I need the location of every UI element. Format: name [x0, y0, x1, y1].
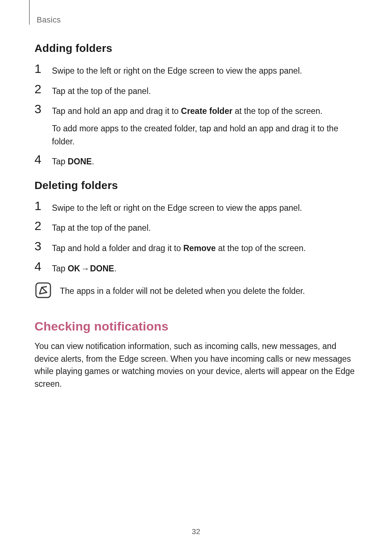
step-number: 3 — [34, 240, 52, 252]
bold-text: OK — [68, 264, 80, 273]
step-adding-2: 2 Tap at the top of the panel. — [34, 83, 358, 98]
breadcrumb: Basics — [34, 15, 358, 25]
header-divider — [29, 0, 30, 25]
step-text: Tap at the top of the panel. — [52, 83, 151, 98]
bold-text: Create folder — [181, 106, 233, 116]
note-icon — [34, 282, 52, 299]
text-fragment: at the top of the panel. — [68, 86, 151, 96]
heading-adding-folders: Adding folders — [34, 42, 358, 54]
text-fragment: Tap — [52, 264, 68, 273]
step-adding-1: 1 Swipe to the left or right on the Edge… — [34, 62, 358, 78]
bold-text: DONE — [90, 264, 114, 273]
step-deleting-1: 1 Swipe to the left or right on the Edge… — [34, 200, 358, 215]
step-number: 4 — [34, 153, 52, 165]
page-number: 32 — [0, 527, 392, 536]
note-text: The apps in a folder will not be deleted… — [60, 282, 305, 297]
step-text: Tap at the top of the panel. — [52, 219, 151, 235]
step-subtext: To add more apps to the created folder, … — [52, 122, 358, 148]
step-number: 1 — [34, 200, 52, 212]
text-fragment: . — [92, 157, 94, 166]
step-text: Tap and hold an app and drag it to Creat… — [52, 103, 358, 148]
text-fragment: Tap and hold an app and drag it to — [52, 106, 181, 116]
svg-rect-0 — [36, 283, 50, 297]
text-fragment: at the top of the screen. — [216, 243, 306, 253]
arrow-icon: → — [80, 262, 90, 275]
step-deleting-3: 3 Tap and hold a folder and drag it to R… — [34, 240, 358, 255]
svg-line-1 — [42, 287, 47, 287]
step-number: 1 — [34, 62, 52, 75]
text-fragment: Tap — [52, 157, 68, 166]
step-number: 2 — [34, 219, 52, 232]
step-text: Swipe to the left or right on the Edge s… — [52, 62, 302, 78]
step-text: Tap DONE. — [52, 153, 94, 168]
paragraph-checking-notifications: You can view notification information, s… — [34, 340, 358, 390]
note-block: The apps in a folder will not be deleted… — [34, 282, 358, 299]
text-fragment: at the top of the screen. — [232, 106, 322, 116]
text-fragment: Tap — [52, 223, 68, 233]
step-number: 2 — [34, 83, 52, 95]
text-fragment: . — [114, 264, 116, 273]
page-content: Basics Adding folders 1 Swipe to the lef… — [0, 0, 392, 390]
heading-deleting-folders: Deleting folders — [34, 179, 358, 192]
step-text: Tap and hold a folder and drag it to Rem… — [52, 240, 306, 255]
step-number: 4 — [34, 260, 52, 272]
text-fragment: Tap — [52, 86, 68, 96]
bold-text: Remove — [183, 243, 216, 253]
step-text: Swipe to the left or right on the Edge s… — [52, 200, 302, 215]
heading-checking-notifications: Checking notifications — [34, 319, 358, 333]
step-deleting-4: 4 Tap OK → DONE. — [34, 260, 358, 275]
step-text: Tap OK → DONE. — [52, 260, 117, 275]
step-deleting-2: 2 Tap at the top of the panel. — [34, 219, 358, 235]
step-adding-4: 4 Tap DONE. — [34, 153, 358, 168]
text-fragment: at the top of the panel. — [68, 223, 151, 233]
step-adding-3: 3 Tap and hold an app and drag it to Cre… — [34, 103, 358, 148]
text-fragment: Tap and hold a folder and drag it to — [52, 243, 183, 253]
step-number: 3 — [34, 103, 52, 115]
bold-text: DONE — [68, 157, 91, 166]
